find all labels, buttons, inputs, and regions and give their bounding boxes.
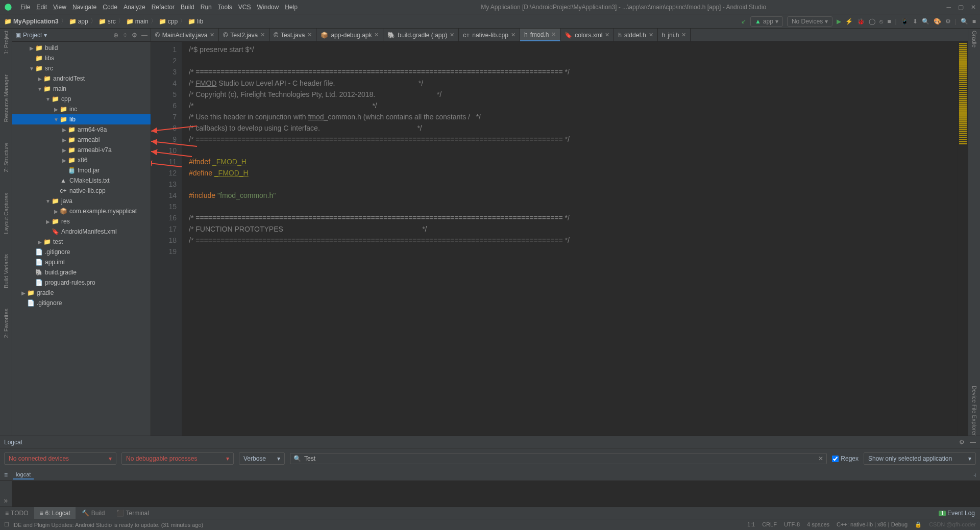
gradle-sync-icon[interactable]: ■ (972, 18, 976, 25)
close-tab-icon[interactable]: ✕ (511, 32, 516, 38)
tree-item-java[interactable]: ▼📁java (12, 196, 151, 206)
crumb-app[interactable]: 📁 app (69, 18, 88, 25)
tree-item-androidmanifest-xml[interactable]: 🔖AndroidManifest.xml (12, 226, 151, 237)
tree-item-androidtest[interactable]: ▶📁androidTest (12, 73, 151, 84)
editor-tab-test2-java[interactable]: ©Test2.java✕ (219, 29, 270, 41)
editor-tab-build-gradle---app-[interactable]: 🐘build.gradle (:app)✕ (383, 29, 459, 41)
tool-layout-captures[interactable]: Layout Captures (3, 193, 9, 234)
menu-file[interactable]: File (17, 4, 33, 11)
editor-minimap[interactable] (958, 42, 968, 436)
status-context[interactable]: C++: native-lib | x86 | Debug (837, 521, 908, 528)
tree-item-x86[interactable]: ▶📁x86 (12, 155, 151, 165)
close-tab-icon[interactable]: ✕ (450, 32, 454, 38)
bottom-tab-todo[interactable]: ≡TODO (0, 507, 33, 519)
status-line-sep[interactable]: CRLF (762, 521, 777, 528)
tree-item-armeabi[interactable]: ▶📁armeabi (12, 135, 151, 145)
editor-tab-colors-xml[interactable]: 🔖colors.xml✕ (560, 29, 614, 41)
tree-item-test[interactable]: ▶📁test (12, 237, 151, 247)
hide-icon[interactable]: — (141, 32, 148, 39)
logcat-output[interactable] (12, 481, 980, 507)
menu-navigate[interactable]: Navigate (69, 4, 100, 11)
sdk-icon[interactable]: ⬇ (913, 18, 918, 25)
tool-favorites[interactable]: 2: Favorites (3, 309, 9, 338)
tree-item-armeabi-v7a[interactable]: ▶📁armeabi-v7a (12, 145, 151, 155)
menu-build[interactable]: Build (178, 4, 198, 11)
crumb-lib[interactable]: 📁 lib (188, 18, 203, 25)
tree-item-res[interactable]: ▶📁res (12, 216, 151, 226)
tree-item-build-gradle[interactable]: 🐘build.gradle (12, 267, 151, 277)
logcat-subtab[interactable]: logcat (13, 470, 34, 479)
logcat-layout-icon[interactable]: ⫞ (973, 471, 976, 478)
avd-icon[interactable]: 📱 (901, 18, 909, 25)
tree-item-lib[interactable]: ▼📁lib (12, 114, 151, 124)
tree-item-build[interactable]: ▶📁build (12, 43, 151, 53)
tool-gradle[interactable]: Gradle (971, 31, 977, 47)
code-editor[interactable]: 12345678910111213141516171819 /*$ preser… (151, 42, 968, 436)
status-lock-icon[interactable]: 🔒 (915, 521, 922, 528)
logcat-search-input[interactable]: 🔍 Test ✕ (290, 453, 827, 464)
menu-refactor[interactable]: Refactor (149, 4, 178, 11)
tree-item--gitignore[interactable]: 📄.gitignore (12, 247, 151, 257)
window-minimize-icon[interactable]: ─ (946, 4, 951, 11)
close-tab-icon[interactable]: ✕ (681, 32, 686, 38)
crumb-cpp[interactable]: 📁 cpp (159, 18, 178, 25)
settings-icon[interactable]: ⚙ (132, 32, 137, 39)
close-tab-icon[interactable]: ✕ (374, 32, 379, 38)
process-dropdown[interactable]: No debuggable processes▾ (121, 452, 234, 465)
search-icon[interactable]: 🔍 (961, 18, 968, 25)
close-tab-icon[interactable]: ✕ (551, 31, 556, 38)
tree-item-proguard-rules-pro[interactable]: 📄proguard-rules.pro (12, 277, 151, 288)
logcat-more-icon[interactable]: » (4, 496, 8, 504)
window-maximize-icon[interactable]: ▢ (958, 4, 964, 11)
editor-tab-test-java[interactable]: ©Test.java✕ (270, 29, 316, 41)
collapse-icon[interactable]: ≑ (122, 32, 128, 39)
editor-tab-stddef-h[interactable]: hstddef.h✕ (614, 29, 657, 41)
logcat-settings-icon[interactable]: ⚙ (959, 439, 965, 446)
status-encoding[interactable]: UTF-8 (784, 521, 800, 528)
tree-item-libs[interactable]: 📁libs (12, 53, 151, 63)
editor-tab-jni-h[interactable]: hjni.h✕ (658, 29, 691, 41)
tree-item-inc[interactable]: ▶📁inc (12, 104, 151, 114)
tree-item-src[interactable]: ▼📁src (12, 63, 151, 73)
menu-view[interactable]: View (50, 4, 69, 11)
tool-structure[interactable]: Z: Structure (3, 143, 9, 172)
tree-item-app-iml[interactable]: 📄app.iml (12, 257, 151, 267)
tool-project[interactable]: 1: Project (3, 31, 9, 54)
clear-search-icon[interactable]: ✕ (818, 455, 823, 462)
layout-inspector-icon[interactable]: 🔍 (922, 18, 929, 25)
bottom-tab-build[interactable]: 🔨Build (77, 507, 110, 519)
menu-code[interactable]: Code (100, 4, 120, 11)
editor-tab-native-lib-cpp[interactable]: c+native-lib.cpp✕ (459, 29, 520, 41)
window-close-icon[interactable]: ✕ (971, 4, 976, 11)
tree-item-arm64-v8a[interactable]: ▶📁arm64-v8a (12, 124, 151, 135)
crumb-main[interactable]: 📁 main (126, 18, 149, 25)
editor-tab-mainactivity-java[interactable]: ©MainActivity.java✕ (151, 29, 219, 41)
menu-window[interactable]: Window (254, 4, 282, 11)
menu-run[interactable]: Run (198, 4, 215, 11)
profiler-icon[interactable]: ◯ (869, 18, 875, 25)
code-content[interactable]: /*$ preserve start $*/ /* ==============… (182, 42, 958, 436)
apply-changes-icon[interactable]: ⚡ (845, 18, 853, 25)
project-view-dropdown-icon[interactable]: ▾ (44, 32, 47, 39)
editor-tab-fmod-h[interactable]: hfmod.h✕ (520, 29, 560, 41)
tree-item--gitignore[interactable]: 📄.gitignore (12, 298, 151, 308)
device-selector[interactable]: No Devices ▾ (787, 16, 832, 27)
log-level-dropdown[interactable]: Verbose▾ (239, 452, 285, 465)
status-indent[interactable]: 4 spaces (807, 521, 829, 528)
close-tab-icon[interactable]: ✕ (649, 32, 653, 38)
menu-tools[interactable]: Tools (215, 4, 235, 11)
close-tab-icon[interactable]: ✕ (605, 32, 609, 38)
crumb-src[interactable]: 📁 src (99, 18, 116, 25)
attach-debugger-icon[interactable]: ⎋ (879, 18, 883, 25)
project-tree[interactable]: ▶📁build📁libs▼📁src▶📁androidTest▼📁main▼📁cp… (12, 42, 151, 436)
close-tab-icon[interactable]: ✕ (260, 32, 265, 38)
tool-resource-manager[interactable]: Resource Manager (3, 74, 9, 122)
tree-item-native-lib-cpp[interactable]: c+native-lib.cpp (12, 186, 151, 196)
logcat-hide-icon[interactable]: — (970, 439, 976, 446)
sync-back-icon[interactable]: ↙ (741, 18, 746, 25)
menu-analyze[interactable]: Analyze (120, 4, 149, 11)
tree-item-cpp[interactable]: ▼📁cpp (12, 94, 151, 104)
menu-vcs[interactable]: VCS (235, 4, 254, 11)
stop-icon[interactable]: ■ (887, 18, 891, 25)
filter-dropdown[interactable]: Show only selected application▾ (864, 452, 976, 465)
